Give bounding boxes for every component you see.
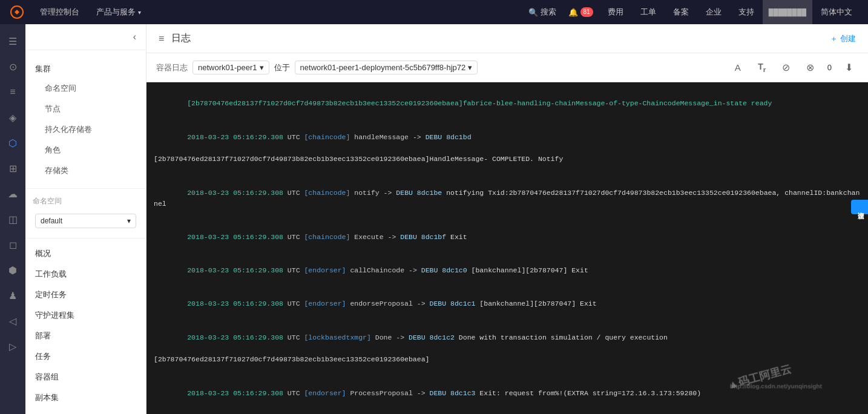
nav-language[interactable]: 简体中文 <box>812 0 861 24</box>
sidebar-item-nodes[interactable]: 节点 <box>35 99 136 119</box>
right-nav-items: 费用 工单 备案 企业 支持 <box>599 0 763 24</box>
sidebar-item-roles[interactable]: 角色 <box>35 140 136 160</box>
chevron-down-icon: ▾ <box>127 217 131 225</box>
user-area[interactable]: ████████ <box>763 0 812 24</box>
notification-bell[interactable]: 🔔 81 <box>562 7 599 17</box>
sidebar-header: ‹ <box>25 24 146 50</box>
nav-products-services[interactable]: 产品与服务 ▾ <box>88 0 150 24</box>
nav-enterprise[interactable]: 企业 <box>697 0 730 24</box>
search-icon: 🔍 <box>528 8 538 17</box>
location-label: 位于 <box>274 62 290 73</box>
log-count: 0 <box>825 63 834 72</box>
nav-support[interactable]: 支持 <box>730 0 763 24</box>
create-button[interactable]: ＋ 创建 <box>830 33 856 44</box>
log-line: 2018-03-23 05:16:29.308 UTC [lockbasedtx… <box>154 321 861 376</box>
sidebar-icon-storage[interactable]: ◫ <box>0 207 25 231</box>
sidebar-icon-cloud[interactable]: ☁ <box>0 182 25 206</box>
text-size-icon: A <box>735 62 741 73</box>
namespace-selector[interactable]: default ▾ <box>35 214 136 228</box>
divider <box>25 188 146 189</box>
left-sidebar: ‹ 集群 命名空间 节点 持久化存储卷 角色 存储类 命名空间 default … <box>25 24 146 414</box>
search-button[interactable]: 🔍 搜索 <box>522 7 562 18</box>
sidebar-item-cronjob[interactable]: 定时任务 <box>25 284 146 305</box>
sidebar-icon-network[interactable]: ⬢ <box>0 258 25 282</box>
chevron-down-icon: ▾ <box>138 9 141 16</box>
sidebar-icon-list[interactable]: ≡ <box>0 80 25 104</box>
sidebar-icon-monitor[interactable]: ◻ <box>0 232 25 257</box>
sidebar-item-workload[interactable]: 工作负载 <box>25 264 146 284</box>
sidebar-collapse-button[interactable]: ‹ <box>133 31 136 42</box>
sidebar-icon-apps[interactable]: ⊞ <box>0 156 25 180</box>
main-layout: ☰ ⊙ ≡ ◈ ⬡ ⊞ ☁ ◫ ◻ ⬢ ♟ ◁ ▷ ‹ 集群 命名空间 节点 持… <box>0 24 868 414</box>
sidebar-icon-home[interactable]: ⊙ <box>0 54 25 79</box>
nav-fees[interactable]: 费用 <box>599 0 632 24</box>
deployment-selector: network01-peer1-deployment-5c5b679ff8-hj… <box>295 61 478 74</box>
sidebar-item-jobs[interactable]: 任务 <box>25 346 146 367</box>
log-header-line: [2b7870476ed28137f71027d0cf7d49873b82ecb… <box>154 87 861 120</box>
sidebar-icon-prev[interactable]: ◁ <box>0 309 25 333</box>
sidebar-icon-menu[interactable]: ☰ <box>0 29 25 53</box>
sidebar-cluster-section: 集群 命名空间 节点 持久化存储卷 角色 存储类 <box>25 50 146 183</box>
nav-management-console[interactable]: 管理控制台 <box>31 0 88 24</box>
sidebar-item-overview[interactable]: 概况 <box>25 243 146 264</box>
sidebar-icon-next[interactable]: ▷ <box>0 334 25 358</box>
log-line: 2018-03-23 05:16:29.308 UTC [endorser] c… <box>154 254 861 288</box>
text-format-button[interactable]: Tr <box>752 58 772 77</box>
download-icon: ⬇ <box>845 62 853 73</box>
content-area: ≡ 日志 ＋ 创建 容器日志 network01-peer1 ▾ 位于 <box>146 24 868 414</box>
sidebar-icon-user[interactable]: ♟ <box>0 283 25 307</box>
sidebar-item-storage-class[interactable]: 存储类 <box>35 160 136 181</box>
filter-button[interactable]: ⊗ <box>801 58 820 77</box>
plus-icon: ＋ <box>830 33 838 44</box>
logo[interactable] <box>7 0 27 24</box>
sidebar-icon-cluster[interactable]: ⬡ <box>0 131 25 155</box>
icon-sidebar: ☰ ⊙ ≡ ◈ ⬡ ⊞ ☁ ◫ ◻ ⬢ ♟ ◁ ▷ <box>0 24 25 414</box>
container-log-selector: 容器日志 <box>156 62 188 73</box>
nav-ticket[interactable]: 工单 <box>632 0 665 24</box>
log-toolbar: 容器日志 network01-peer1 ▾ 位于 network01-peer… <box>146 53 868 82</box>
wrap-icon: ⊘ <box>782 62 790 73</box>
pod-name-dropdown[interactable]: network01-peer1 ▾ <box>192 61 269 74</box>
log-line: 2018-03-23 05:16:30.031 UTC [endorser] P… <box>154 410 861 414</box>
log-line: 2018-03-23 05:16:29.308 UTC [endorser] e… <box>154 288 861 321</box>
namespace-label: 命名空间 <box>25 194 146 209</box>
top-nav: 管理控制台 产品与服务 ▾ 🔍 搜索 🔔 81 费用 工单 备案 企业 支持 █… <box>0 0 868 24</box>
log-line: 2018-03-23 05:16:29.308 UTC [chaincode] … <box>154 176 861 221</box>
sidebar-item-replicaset[interactable]: 副本集 <box>25 387 146 408</box>
sidebar-item-pods[interactable]: 容器组 <box>25 367 146 387</box>
right-float-panel[interactable]: 资询建议 <box>851 200 868 214</box>
wrap-toggle-button[interactable]: ⊘ <box>777 58 796 77</box>
bell-icon: 🔔 <box>568 8 578 17</box>
deployment-name-dropdown[interactable]: network01-peer1-deployment-5c5b679ff8-hj… <box>295 61 478 74</box>
divider2 <box>25 238 146 238</box>
chevron-down-icon: ▾ <box>468 63 472 72</box>
chevron-down-icon: ▾ <box>260 63 264 72</box>
filter-icon: ⊗ <box>806 62 814 73</box>
font-size-button[interactable]: A <box>728 58 748 77</box>
nav-record[interactable]: 备案 <box>665 0 697 24</box>
download-button[interactable]: ⬇ <box>839 58 858 77</box>
content-header: ≡ 日志 ＋ 创建 <box>146 24 868 53</box>
page-title: 日志 <box>171 32 191 45</box>
notification-count: 81 <box>580 7 593 17</box>
sidebar-item-namespace[interactable]: 命名空间 <box>35 78 136 99</box>
sidebar-item-deployment[interactable]: 部署 <box>25 326 146 346</box>
sidebar-icon-settings[interactable]: ◈ <box>0 105 25 130</box>
log-line: 2018-03-23 05:16:29.308 UTC [chaincode] … <box>154 221 861 254</box>
log-line: 2018-03-23 05:16:29.308 UTC [endorser] P… <box>154 376 861 410</box>
sidebar-cluster-title[interactable]: 集群 <box>35 60 136 78</box>
sidebar-item-pvc[interactable]: 持久化存储卷 <box>35 119 136 140</box>
log-line: 2018-03-23 05:16:29.308 UTC [chaincode] … <box>154 120 861 176</box>
sidebar-item-daemonset[interactable]: 守护进程集 <box>25 305 146 326</box>
container-log-label: 容器日志 <box>156 62 188 73</box>
content-hamburger-icon[interactable]: ≡ <box>159 33 164 44</box>
pod-selector: network01-peer1 ▾ <box>192 61 269 74</box>
user-label: ████████ <box>769 8 806 16</box>
log-content[interactable]: [2b7870476ed28137f71027d0cf7d49873b82ecb… <box>146 82 868 414</box>
text-format-icon: Tr <box>758 62 766 73</box>
